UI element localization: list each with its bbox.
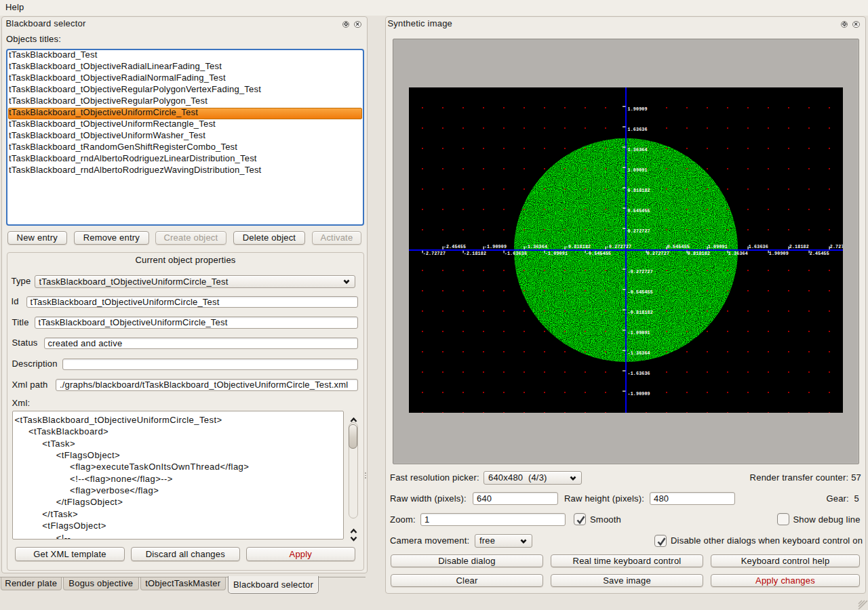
- svg-text:-1.09091: -1.09091: [545, 251, 568, 256]
- svg-text:1.63636: 1.63636: [749, 244, 768, 249]
- svg-text:1.90909: 1.90909: [628, 106, 648, 111]
- svg-text:0.272727: 0.272727: [628, 228, 650, 233]
- svg-text:-1.36364: -1.36364: [525, 244, 547, 249]
- svg-text:0.818182: 0.818182: [628, 188, 650, 192]
- svg-text:-1.90909: -1.90909: [484, 244, 507, 249]
- svg-text:1.36364: 1.36364: [628, 147, 648, 152]
- svg-text:1.09091: 1.09091: [628, 167, 648, 172]
- svg-text:1.90909: 1.90909: [769, 251, 789, 256]
- svg-text:-1.09091: -1.09091: [628, 330, 650, 335]
- svg-text:-1.90909: -1.90909: [628, 391, 650, 396]
- svg-text:-1.63636: -1.63636: [505, 251, 527, 256]
- svg-text:0.818182: 0.818182: [688, 251, 710, 256]
- svg-text:-2.72727: -2.72727: [423, 251, 446, 256]
- svg-text:2.72727: 2.72727: [830, 244, 843, 249]
- svg-text:1.36364: 1.36364: [728, 251, 748, 256]
- svg-text:-0.818182: -0.818182: [628, 310, 653, 314]
- svg-text:2.18182: 2.18182: [789, 244, 809, 249]
- svg-text:0.272727: 0.272727: [647, 251, 669, 256]
- svg-text:-0.272727: -0.272727: [628, 269, 653, 274]
- svg-text:-2.18182: -2.18182: [464, 251, 486, 256]
- svg-text:-2.45455: -2.45455: [443, 244, 466, 249]
- svg-text:-0.818182: -0.818182: [566, 244, 591, 249]
- svg-text:-1.36364: -1.36364: [628, 350, 650, 355]
- svg-text:-0.272727: -0.272727: [606, 244, 631, 249]
- svg-text:-0.545455: -0.545455: [628, 289, 653, 294]
- svg-text:0.545455: 0.545455: [667, 244, 690, 249]
- svg-text:2.45455: 2.45455: [810, 251, 829, 256]
- svg-text:1.09091: 1.09091: [708, 244, 728, 249]
- svg-text:1.63636: 1.63636: [628, 127, 648, 131]
- svg-text:-0.545455: -0.545455: [586, 251, 611, 256]
- svg-text:-1.63636: -1.63636: [628, 371, 650, 375]
- svg-text:0.545455: 0.545455: [628, 208, 650, 213]
